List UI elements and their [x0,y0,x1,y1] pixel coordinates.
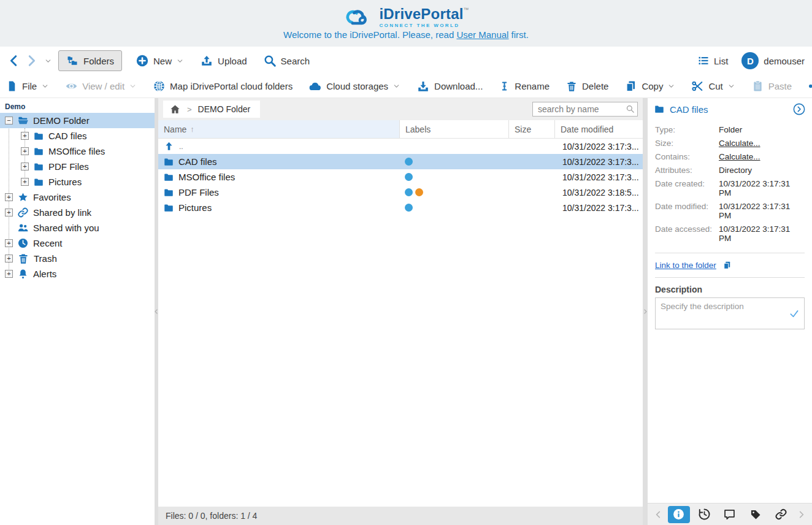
table-row-cad-files[interactable]: CAD files10/31/2022 3:17:3... [158,154,643,169]
details-tab-history[interactable] [692,506,718,523]
chevron-down-icon[interactable] [129,82,137,90]
tree-expander[interactable]: + [5,193,13,201]
toolbar-item-file[interactable]: File [6,80,49,92]
user-manual-link[interactable]: User Manual [456,29,508,40]
toolbar-item-rename[interactable]: Rename [499,80,550,92]
download-icon [416,80,430,93]
open-details-button[interactable] [792,102,806,116]
details-tab-comment[interactable] [717,506,743,523]
label-dot-blue[interactable] [405,188,413,196]
sidebar-item-pictures[interactable]: +Pictures [0,174,155,190]
tree-expander[interactable]: + [5,255,13,262]
sidebar-item-msoffice-files[interactable]: +MSOffice files [0,144,155,159]
sidebar-item-shared-with-you[interactable]: Shared with you [0,220,155,236]
table-row-pdf-files[interactable]: PDF Files10/31/2022 3:18:5... [158,185,643,200]
list-view-button[interactable]: List [697,55,728,67]
confirm-check-icon[interactable] [789,308,800,319]
copy-link-icon[interactable] [722,261,732,270]
sidebar-item-pdf-files[interactable]: +PDF Files [0,159,155,174]
share-icon [808,80,812,93]
calculate-link[interactable]: Calculate... [719,152,760,161]
sidebar-item-trash[interactable]: +Trash [0,251,155,266]
back-button[interactable] [7,54,21,67]
column-header-date-modified[interactable]: Date modified [555,120,643,138]
details-tab-tag[interactable] [743,506,768,523]
chevron-down-icon[interactable] [41,82,49,90]
welcome-suffix: first. [508,29,529,40]
chevron-down-icon[interactable] [667,82,675,90]
folders-button[interactable]: Folders [58,50,122,71]
app-header: iDrivePortal™ CONNECT THE WORLD Welcome … [0,0,812,47]
description-input[interactable] [655,297,805,329]
description-editor [648,297,812,332]
toolbar-item-share[interactable]: Share [808,80,812,93]
toolbar-item-view-edit: View / edit [65,80,137,93]
calculate-link[interactable]: Calculate... [719,139,760,148]
chevron-down-icon[interactable] [393,82,400,90]
toolbar-item-copy[interactable]: Copy [624,80,675,93]
folders-tree-icon [66,55,79,67]
tabs-scroll-left-button[interactable] [651,510,666,519]
sidebar-item-label: Shared by link [33,207,91,218]
details-tab-link[interactable] [768,506,794,523]
tabs-scroll-right-button[interactable] [794,510,808,519]
right-splitter[interactable] [643,98,648,525]
chevron-left-icon [654,510,664,519]
forward-button[interactable] [25,54,38,67]
label-dot-orange[interactable] [415,188,423,196]
detail-value: 10/31/2022 3:17:31 PM [719,224,805,243]
home-icon[interactable] [169,104,181,115]
sidebar-item-demo-folder[interactable]: −DEMO Folder [0,113,155,128]
upload-button[interactable]: Upload [200,54,247,67]
people-icon [17,222,29,234]
star-icon [17,191,29,203]
column-header-size[interactable]: Size [509,120,555,138]
toolbar-item-map-idriveportal-cloud-folders[interactable]: Map iDrivePortal cloud folders [153,80,293,93]
user-menu[interactable]: D demouser [741,52,805,69]
chevron-down-icon[interactable] [176,57,184,65]
avatar: D [741,52,759,69]
date-modified: 10/31/2022 3:17:3... [562,172,639,182]
label-dot-blue[interactable] [405,158,413,166]
new-button[interactable]: New [136,54,184,67]
sidebar-item-recent[interactable]: +Recent [0,236,155,251]
sidebar-item-alerts[interactable]: +Alerts [0,266,155,282]
breadcrumb-current[interactable]: DEMO Folder [198,104,251,114]
table-row-msoffice-files[interactable]: MSOffice files10/31/2022 3:17:3... [158,169,643,185]
sidebar-item-favorites[interactable]: +Favorites [0,190,155,205]
tree-expander[interactable]: + [5,270,13,278]
toolbar-item-cut[interactable]: Cut [691,80,735,93]
toolbar-item-delete[interactable]: Delete [565,80,608,93]
sidebar-item-cad-files[interactable]: +CAD files [0,128,155,144]
toolbar-item-cloud-storages[interactable]: Cloud storages [308,80,400,93]
tree-expander[interactable]: + [21,163,29,171]
tree-expander[interactable]: − [5,117,13,125]
trash-icon [17,253,29,265]
link-to-folder[interactable]: Link to the folder [655,261,716,270]
tree-expander[interactable]: + [5,209,13,217]
tree-expander[interactable]: + [5,239,13,247]
label-dot-blue[interactable] [405,204,413,212]
history-dropdown-button[interactable] [44,57,52,65]
column-header-name[interactable]: Name ↑ [158,120,400,138]
tree-expander[interactable]: + [21,147,29,155]
toolbar-item-download[interactable]: Download... [416,80,483,93]
chevron-down-icon[interactable] [727,82,735,90]
tree-expander[interactable]: + [21,178,29,186]
search-by-name-input[interactable] [532,102,638,117]
chevron-left-icon [7,54,21,67]
detail-field-date-created: Date created:10/31/2022 3:17:31 PM [655,179,805,197]
clock-icon [17,237,29,249]
search-button[interactable]: Search [263,54,310,67]
copy-icon [624,80,637,93]
tree-expander[interactable]: + [21,132,29,140]
list-icon [697,55,710,67]
sidebar-item-shared-by-link[interactable]: +Shared by link [0,205,155,220]
label-dot-blue[interactable] [405,173,413,181]
search-icon[interactable] [626,104,635,113]
table-row-[interactable]: ..10/31/2022 3:17:3... [158,139,643,154]
details-tab-info[interactable] [666,506,692,523]
table-row-pictures[interactable]: Pictures10/31/2022 3:17:3... [158,200,643,215]
column-header-labels[interactable]: Labels [400,120,509,138]
chevron-down-icon [44,57,52,65]
